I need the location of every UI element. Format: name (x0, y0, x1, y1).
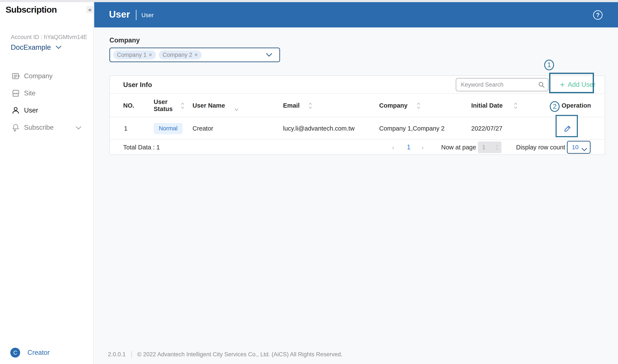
avatar: C (10, 348, 20, 358)
chevron-down-icon[interactable] (76, 124, 82, 131)
card-header: User Info + Add User (110, 76, 605, 94)
chip-label: Company 1 (117, 52, 147, 58)
table-row: 1 Normal Creator lucy.li@advantech.com.t… (110, 117, 605, 140)
spinner-arrows-icon[interactable] (495, 144, 499, 152)
cell-no: 1 (124, 117, 127, 140)
add-user-button[interactable]: + Add User (554, 78, 601, 91)
chip-label: Company 2 (163, 52, 192, 58)
sidebar-item-site[interactable]: Site (0, 85, 94, 102)
account-switcher[interactable]: DocExample (11, 43, 62, 52)
top-header-bar: User User ? (94, 2, 618, 27)
chevron-down-icon (55, 46, 62, 49)
status-badge: Normal (154, 123, 183, 134)
help-button[interactable]: ? (593, 10, 603, 20)
cell-email: lucy.li@advantech.com.tw (283, 117, 355, 140)
title-divider (136, 10, 137, 20)
column-header-user-status: User Status (154, 94, 180, 117)
display-row-count-label: Display row count (516, 140, 565, 155)
column-header-email: Email (283, 94, 300, 117)
browser-edge-strip (0, 0, 618, 2)
sort-icon[interactable] (417, 102, 421, 111)
table-header-row: NO. User Status User Name Email Company (110, 94, 605, 117)
next-page-button[interactable]: › (421, 140, 424, 155)
user-icon (11, 106, 20, 115)
row-count-value: 10 (572, 144, 578, 151)
subscribe-bell-icon (11, 123, 20, 132)
page-content: Company Company 1 × Company 2 × User Inf… (94, 27, 618, 364)
user-info-card: User Info + Add User NO. User Status (110, 76, 605, 155)
version-label: 2.0.0.1 (108, 351, 126, 358)
collapse-icon: « (88, 6, 91, 13)
sidebar-collapse-button[interactable]: « (86, 6, 94, 13)
company-chip: Company 1 × (113, 50, 156, 59)
row-count-select[interactable]: 10 (567, 141, 591, 154)
column-header-operation: Operation (562, 94, 591, 117)
company-multiselect[interactable]: Company 1 × Company 2 × (110, 48, 280, 62)
sort-icon[interactable] (514, 102, 518, 111)
footer-divider (131, 351, 132, 358)
page-number[interactable]: 1 (407, 140, 411, 155)
sidebar: Subscription « Account ID : hYaQGMtvm14E… (0, 2, 94, 364)
chip-remove-icon[interactable]: × (149, 52, 152, 58)
sidebar-item-subscribe[interactable]: Subscribe (0, 119, 94, 136)
sidebar-item-label: User (24, 106, 38, 114)
site-icon (11, 89, 20, 98)
cell-user-name: Creator (192, 117, 213, 140)
page-title: User (109, 9, 130, 20)
keyword-search (456, 78, 549, 91)
now-at-page-label: Now at page (441, 140, 476, 155)
main-area: User User ? Company Company 1 × Company … (94, 2, 618, 364)
sidebar-item-label: Site (24, 89, 35, 97)
column-header-company: Company (379, 94, 408, 117)
page-number-input[interactable]: 1 (478, 142, 501, 153)
sidebar-item-label: Subscribe (24, 124, 54, 131)
edit-user-button[interactable] (563, 124, 573, 133)
pencil-icon (563, 124, 573, 133)
cell-user-status: Normal (154, 117, 183, 140)
breadcrumb: User (141, 12, 154, 19)
company-chip: Company 2 × (159, 50, 202, 59)
copyright-label: © 2022 Advantech Intelligent City Servic… (137, 351, 343, 358)
current-user-button[interactable]: C Creator (10, 348, 50, 358)
account-id-label: Account ID : hYaQGMtvm14E (11, 34, 87, 40)
account-name-label: DocExample (11, 43, 51, 52)
sidebar-item-label: Company (24, 72, 53, 80)
chevron-down-icon[interactable] (266, 53, 273, 58)
sort-icon[interactable] (308, 102, 312, 111)
sidebar-item-company[interactable]: Company (0, 67, 94, 85)
page-footer: 2.0.0.1 © 2022 Advantech Intelligent Cit… (108, 350, 343, 359)
chip-remove-icon[interactable]: × (194, 52, 198, 58)
cell-initial-date: 2022/07/27 (471, 117, 502, 140)
search-input[interactable] (456, 78, 549, 91)
sidebar-menu: Company Site User Subscribe (0, 67, 94, 136)
sort-icon[interactable] (181, 102, 185, 111)
sidebar-item-user[interactable]: User (0, 102, 94, 119)
card-title: User Info (123, 81, 152, 89)
column-header-initial-date: Initial Date (471, 94, 503, 117)
plus-icon: + (560, 81, 564, 89)
column-header-user-name: User Name (192, 94, 225, 117)
add-user-label: Add User (568, 81, 595, 89)
prev-page-button[interactable]: ‹ (392, 140, 394, 155)
cell-company: Company 1,Company 2 (379, 117, 445, 140)
total-data-label: Total Data : 1 (123, 140, 160, 155)
app-logo: Subscription (6, 5, 57, 15)
current-user-name: Creator (27, 349, 50, 356)
page-input-value: 1 (482, 144, 485, 151)
company-icon (11, 72, 20, 81)
question-mark-icon: ? (596, 12, 600, 18)
chevron-down-icon (581, 146, 587, 153)
table-footer: Total Data : 1 ‹ 1 › Now at page 1 Displ… (110, 140, 605, 155)
sort-desc-icon[interactable] (234, 106, 239, 113)
company-filter-label: Company (110, 37, 140, 44)
search-icon[interactable] (538, 81, 545, 89)
column-header-no: NO. (123, 94, 134, 117)
